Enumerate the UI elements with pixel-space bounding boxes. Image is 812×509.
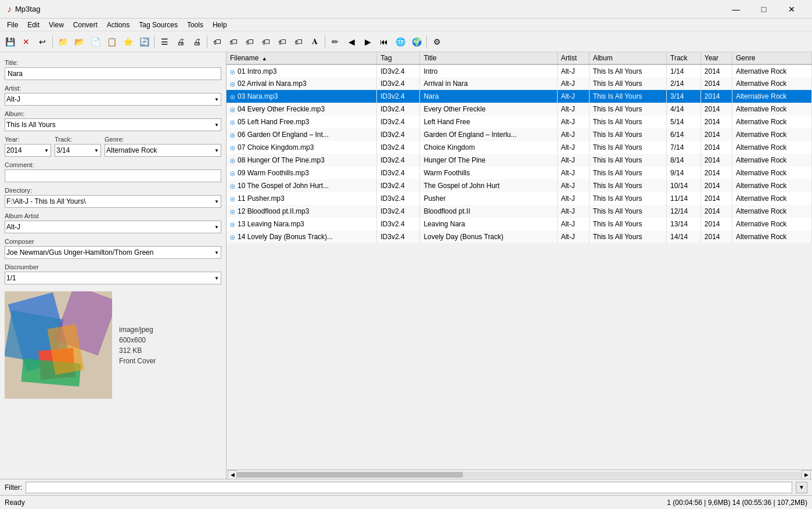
minimize-button[interactable]: — [723,0,749,19]
track-select[interactable]: 3/14 [55,144,101,157]
scrollbar-track[interactable] [237,472,802,478]
refresh-button[interactable]: 🔄 [136,34,152,49]
undo-button[interactable]: ↩ [35,34,50,49]
close-button[interactable]: ✕ [778,0,805,19]
earth-button[interactable]: 🌍 [409,34,424,49]
col-album[interactable]: Album [589,52,666,64]
menu-help[interactable]: Help [208,20,232,30]
album-artist-select[interactable]: Alt-J [5,221,221,233]
directory-field-group: Directory: F:\Alt-J - This Is All Yours\ [5,185,221,208]
tag-font-button[interactable]: 𝐀 [307,34,322,49]
menu-tools[interactable]: Tools [182,20,208,30]
menu-bar: File Edit View Convert Actions Tag Sourc… [0,19,812,31]
save-button[interactable]: 💾 [2,34,17,49]
album-art[interactable] [5,291,112,399]
horizontal-scrollbar[interactable]: ◀ ▶ [227,470,812,479]
file-table[interactable]: Filename ▲ Tag Title Artist Album Track … [227,52,812,470]
row-icon: ◎ [230,93,235,100]
tag-button-2[interactable]: 🏷 [226,34,241,49]
artist-select[interactable]: Alt-J [5,93,221,106]
open-subfolders-button[interactable]: 📂 [71,34,87,49]
scroll-left-button[interactable]: ◀ [228,470,237,479]
maximize-button[interactable]: □ [750,0,777,19]
tag-button-1[interactable]: 🏷 [210,34,225,49]
table-row[interactable]: ◎09 Warm Foothills.mp3ID3v2.4Warm Foothi… [227,167,812,179]
menu-view[interactable]: View [44,20,69,30]
table-header-row: Filename ▲ Tag Title Artist Album Track … [227,52,812,64]
cell-genre: Alternative Rock [732,167,811,179]
album-select[interactable]: This Is All Yours [5,118,221,131]
web-search-button[interactable]: 🌐 [393,34,408,49]
tag-button-3[interactable]: 🏷 [242,34,257,49]
window-controls: — □ ✕ [723,0,805,19]
table-row[interactable]: ◎10 The Gospel of John Hurt...ID3v2.4The… [227,179,812,192]
title-bar: ♪ Mp3tag — □ ✕ [0,0,812,19]
print1-button[interactable]: 🖨 [173,34,188,49]
settings-button[interactable]: ⚙ [429,34,444,49]
cell-album: This Is All Yours [589,179,666,192]
table-row[interactable]: ◎12 Bloodflood pt.II.mp3ID3v2.4Bloodfloo… [227,205,812,218]
directory-label: Directory: [5,187,221,194]
col-filename[interactable]: Filename ▲ [227,52,377,64]
col-artist[interactable]: Artist [557,52,589,64]
discnumber-select[interactable]: 1/1 [5,272,221,284]
cell-artist: Alt-J [557,141,589,154]
table-row[interactable]: ◎03 Nara.mp3ID3v2.4NaraAlt-JThis Is All … [227,90,812,103]
open-folder-button[interactable]: 📁 [55,34,70,49]
menu-edit[interactable]: Edit [23,20,44,30]
table-row[interactable]: ◎11 Pusher.mp3ID3v2.4PusherAlt-JThis Is … [227,192,812,205]
directory-select[interactable]: F:\Alt-J - This Is All Yours\ [5,195,221,208]
menu-tag-sources[interactable]: Tag Sources [134,20,182,30]
tag-button-5[interactable]: 🏷 [275,34,290,49]
genre-select[interactable]: Alternative Rock [105,144,221,157]
album-art-info: image/jpeg 600x600 312 KB Front Cover [119,291,156,399]
menu-file[interactable]: File [2,20,23,30]
tag-button-4[interactable]: 🏷 [258,34,274,49]
year-select[interactable]: 2014 [5,144,51,157]
title-input[interactable] [5,67,221,80]
open-files-button[interactable]: 📄 [88,34,103,49]
menu-actions[interactable]: Actions [102,20,134,30]
table-row[interactable]: ◎02 Arrival in Nara.mp3ID3v2.4Arrival in… [227,77,812,90]
list-view-button[interactable]: ☰ [157,34,172,49]
table-row[interactable]: ◎14 Lovely Day (Bonus Track)...ID3v2.4Lo… [227,230,812,243]
backward-button[interactable]: ⏮ [376,34,391,49]
col-title[interactable]: Title [420,52,557,64]
delete-button[interactable]: ✕ [19,34,34,49]
col-year[interactable]: Year [700,52,732,64]
col-tag[interactable]: Tag [377,52,420,64]
row-icon: ◎ [230,132,235,138]
filter-dropdown-button[interactable]: ▼ [796,482,807,493]
scroll-right-button[interactable]: ▶ [802,470,811,479]
table-row[interactable]: ◎04 Every Other Freckle.mp3ID3v2.4Every … [227,103,812,115]
table-row[interactable]: ◎08 Hunger Of The Pine.mp3ID3v2.4Hunger … [227,154,812,167]
filter-input[interactable] [26,482,792,493]
favorites-button[interactable]: ⭐ [120,34,135,49]
edit-tag-button[interactable]: ✏ [328,34,343,49]
composer-select[interactable]: Joe Newman/Gus Unger-Hamilton/Thom Green [5,246,221,259]
print2-button[interactable]: 🖨 [189,34,204,49]
table-row[interactable]: ◎01 Intro.mp3ID3v2.4IntroAlt-JThis Is Al… [227,64,812,77]
cell-year: 2014 [700,179,732,192]
composer-field-group: Composer Joe Newman/Gus Unger-Hamilton/T… [5,236,221,259]
next-button[interactable]: ▶ [360,34,375,49]
cell-tag: ID3v2.4 [377,179,420,192]
prev-button[interactable]: ◀ [344,34,359,49]
selection-info: 1 (00:04:56 | 9,6MB) 14 (00:55:36 | 107,… [667,499,807,507]
col-genre[interactable]: Genre [732,52,811,64]
col-track[interactable]: Track [667,52,701,64]
row-icon: ◎ [230,157,235,164]
cell-album: This Is All Yours [589,90,666,103]
table-row[interactable]: ◎06 Garden Of England – Int...ID3v2.4Gar… [227,128,812,141]
year-track-genre-row: Year: 2014 Track: 3/14 Genre: [5,133,221,157]
comment-input[interactable] [5,169,221,182]
scrollbar-thumb[interactable] [237,472,463,478]
cell-filename: ◎09 Warm Foothills.mp3 [227,167,377,179]
table-row[interactable]: ◎05 Left Hand Free.mp3ID3v2.4Left Hand F… [227,115,812,128]
tag-button-6[interactable]: 🏷 [291,34,306,49]
table-row[interactable]: ◎13 Leaving Nara.mp3ID3v2.4Leaving NaraA… [227,218,812,230]
menu-convert[interactable]: Convert [69,20,102,30]
export-button[interactable]: 📋 [104,34,119,49]
title-label: Title: [5,59,221,66]
table-row[interactable]: ◎07 Choice Kingdom.mp3ID3v2.4Choice King… [227,141,812,154]
